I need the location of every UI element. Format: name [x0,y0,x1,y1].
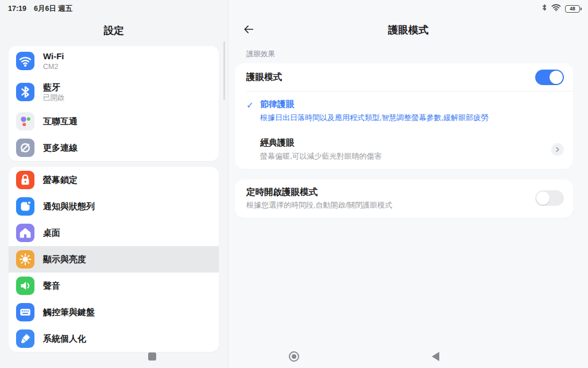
sidebar-item-sound[interactable]: 聲音 [9,273,219,299]
sidebar-item-label: Wi-Fi [43,51,64,62]
status-time: 17:19 [8,5,26,13]
eye-protection-card: 護眼模式 ✓節律護眼根據日出日落時間以及應用程式類型,智慧調整螢幕參數,緩解眼部… [235,63,573,169]
scheduled-eye-protection-desc: 根據您選擇的時間段,自動開啟/關閉護眼模式 [246,200,535,210]
nav-back-button[interactable] [423,345,448,368]
sidebar-item-home-screen[interactable]: 桌面 [9,220,219,246]
scheduled-eye-protection-toggle[interactable] [535,190,564,206]
speaker-icon [16,277,34,295]
recents-button[interactable] [140,345,165,368]
bluetooth-icon [16,83,34,101]
section-label: 護眼效果 [246,49,573,59]
back-triangle-icon [432,352,439,361]
detail-panel: 護眼模式 護眼效果 護眼模式 ✓節律護眼根據日出日落時間以及應用程式類型,智慧調… [228,0,588,368]
eye-protection-mode-label: 護眼模式 [246,71,282,83]
notification-icon [16,197,34,216]
sidebar-item-lock-screen[interactable]: 螢幕鎖定 [9,167,219,193]
keyboard-icon [16,303,34,321]
settings-screen: 17:19 6月6日 週五 48 設定 Wi-FiCM2藍牙已開啟互聯互通更多連… [0,0,588,368]
status-bar: 17:19 6月6日 週五 48 [0,0,588,17]
sidebar-item-label: 桌面 [43,228,60,238]
battery-level: 48 [570,6,575,12]
page-title: 護眼模式 [388,23,428,37]
sidebar-item-label: 更多連線 [43,143,78,153]
eye-protection-options: ✓節律護眼根據日出日落時間以及應用程式類型,智慧調整螢幕參數,緩解眼部疲勞經典護… [235,91,573,169]
sun-icon [16,250,34,269]
sidebar-title: 設定 [0,17,227,46]
wifi-icon [16,52,34,70]
toggle-knob [536,191,550,205]
sidebar-item-label: 顯示與亮度 [43,254,86,264]
back-arrow-icon [242,23,255,37]
option-desc: 螢幕偏暖,可以減少藍光對眼睛的傷害 [260,151,546,162]
back-button[interactable] [240,21,257,39]
eye-protection-toggle[interactable] [535,70,564,85]
sidebar-item-label: 通知與狀態列 [43,201,95,212]
sidebar-item-label: 觸控筆與鍵盤 [43,307,95,317]
scheduled-eye-protection-label: 定時開啟護眼模式 [246,186,535,197]
recents-square-icon [148,352,156,361]
sidebar-item-stylus-keyboard[interactable]: 觸控筆與鍵盤 [9,299,219,325]
sidebar-card: 螢幕鎖定通知與狀態列桌面顯示與亮度聲音觸控筆與鍵盤系統個人化 [9,167,219,352]
android-nav-bar [0,345,588,368]
sidebar-item-label: 系統個人化 [43,334,86,344]
sidebar-item-subtitle: CM2 [43,63,64,71]
option-label: 節律護眼 [260,99,564,110]
sidebar-item-label: 螢幕鎖定 [43,175,78,185]
detail-header: 護眼模式 [229,17,588,43]
sidebar-list: Wi-FiCM2藍牙已開啟互聯互通更多連線螢幕鎖定通知與狀態列桌面顯示與亮度聲音… [0,46,227,352]
option-rhythm[interactable]: ✓節律護眼根據日出日落時間以及應用程式類型,智慧調整螢幕參數,緩解眼部疲勞 [235,91,573,130]
check-icon: ✓ [246,99,260,110]
option-desc: 根據日出日落時間以及應用程式類型,智慧調整螢幕參數,緩解眼部疲勞 [260,113,564,123]
option-label: 經典護眼 [260,137,546,148]
scheduled-eye-protection-row[interactable]: 定時開啟護眼模式 根據您選擇的時間段,自動開啟/關閉護眼模式 [235,179,573,218]
interconnect-icon [16,112,34,131]
battery-icon: 48 [565,5,580,13]
sidebar-item-wifi[interactable]: Wi-FiCM2 [9,46,219,76]
home-icon [16,224,34,242]
eye-protection-mode-row[interactable]: 護眼模式 [235,63,573,91]
sidebar-item-label: 互聯互通 [43,116,78,126]
lock-icon [16,171,34,189]
chevron-right-icon[interactable] [551,143,564,156]
bluetooth-status-icon [541,3,547,14]
status-date: 6月6日 週五 [34,4,72,14]
sidebar-item-notifications-status-bar[interactable]: 通知與狀態列 [9,193,219,220]
sidebar-item-label: 聲音 [43,281,60,291]
schedule-card: 定時開啟護眼模式 根據您選擇的時間段,自動開啟/關閉護眼模式 [235,179,573,218]
toggle-knob [550,71,563,84]
sidebar-item-subtitle: 已開啟 [43,94,65,102]
home-button[interactable] [281,345,307,368]
settings-sidebar: 設定 Wi-FiCM2藍牙已開啟互聯互通更多連線螢幕鎖定通知與狀態列桌面顯示與亮… [0,0,227,368]
sidebar-item-label: 藍牙 [43,82,65,93]
option-classic[interactable]: 經典護眼螢幕偏暖,可以減少藍光對眼睛的傷害 [235,130,573,168]
sidebar-card: Wi-FiCM2藍牙已開啟互聯互通更多連線 [9,46,219,161]
sidebar-item-bluetooth[interactable]: 藍牙已開啟 [9,76,219,108]
check-placeholder [246,137,260,139]
home-circle-icon [289,351,299,362]
wifi-status-icon [551,3,561,14]
sidebar-scrollbar[interactable] [223,41,225,100]
sidebar-item-interconnect[interactable]: 互聯互通 [9,108,219,135]
link-icon [16,139,34,157]
sidebar-item-more-connections[interactable]: 更多連線 [9,135,219,161]
sidebar-item-display-brightness[interactable]: 顯示與亮度 [9,246,219,273]
